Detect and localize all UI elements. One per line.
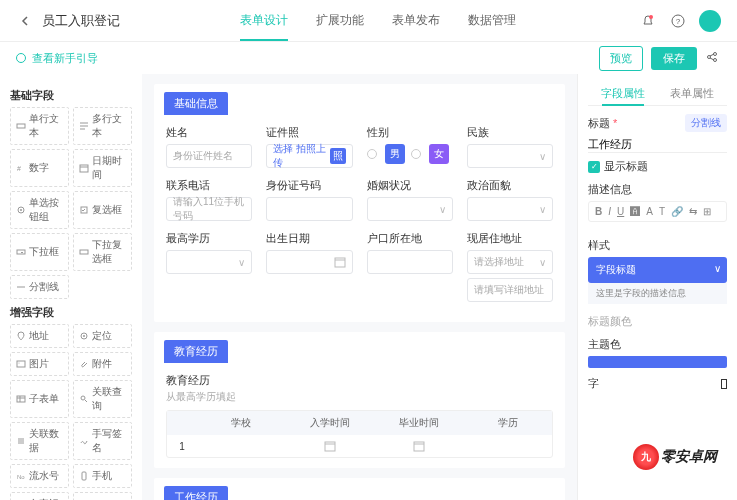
- col-school: 学校: [197, 411, 286, 435]
- cell-degree[interactable]: [463, 435, 552, 457]
- label-huji: 户口所在地: [367, 231, 453, 246]
- radio-gender[interactable]: 男女: [367, 144, 453, 164]
- input-addr-detail[interactable]: 请填写详细地址: [467, 278, 553, 302]
- section-edu-title: 教育经历: [164, 340, 228, 363]
- input-huji[interactable]: [367, 250, 453, 274]
- tab-extensions[interactable]: 扩展功能: [316, 0, 364, 41]
- svg-rect-13: [80, 250, 88, 254]
- field-datetime[interactable]: 日期时间: [73, 149, 132, 187]
- field-radio[interactable]: 单选按钮组: [10, 191, 69, 229]
- field-ocr[interactable]: T文字识别: [10, 492, 69, 500]
- cell-enroll[interactable]: [286, 435, 375, 457]
- save-button[interactable]: 保存: [651, 47, 697, 70]
- field-checkbox[interactable]: 复选框: [73, 191, 132, 229]
- label-phone: 联系电话: [166, 178, 252, 193]
- tab-field-props[interactable]: 字段属性: [588, 82, 658, 105]
- field-signature[interactable]: 手写签名: [73, 422, 132, 460]
- input-political[interactable]: ∨: [467, 197, 553, 221]
- field-button[interactable]: 按钮: [73, 492, 132, 500]
- style-preview[interactable]: 字段标题∨: [588, 257, 727, 283]
- cell-grad[interactable]: [375, 435, 464, 457]
- label-ethnic: 民族: [467, 125, 553, 140]
- label-political: 政治面貌: [467, 178, 553, 193]
- field-divider[interactable]: 分割线: [10, 275, 69, 299]
- label-idnum: 身份证号码: [266, 178, 352, 193]
- page-title: 员工入职登记: [42, 12, 120, 30]
- preview-button[interactable]: 预览: [599, 46, 643, 71]
- group-basic: 基础字段: [10, 88, 132, 103]
- field-relation-data[interactable]: 关联数据: [10, 422, 69, 460]
- label-idcard: 证件照: [266, 125, 352, 140]
- col-degree: 学历: [463, 411, 552, 435]
- label-birth: 出生日期: [266, 231, 352, 246]
- tab-form-props[interactable]: 表单属性: [658, 82, 728, 105]
- tab-publish[interactable]: 表单发布: [392, 0, 440, 41]
- field-select[interactable]: 下拉框: [10, 233, 69, 271]
- input-marital[interactable]: ∨: [367, 197, 453, 221]
- field-phone[interactable]: 手机: [73, 464, 132, 488]
- share-icon[interactable]: [705, 50, 721, 66]
- help-icon[interactable]: ?: [669, 12, 687, 30]
- field-relation-query[interactable]: 关联查询: [73, 380, 132, 418]
- bell-icon[interactable]: [639, 12, 657, 30]
- input-idcard[interactable]: 选择 拍照上传照: [266, 144, 352, 168]
- font-label: 字: [588, 376, 727, 391]
- field-number[interactable]: #数字: [10, 149, 69, 187]
- svg-point-17: [19, 363, 20, 364]
- field-multiselect[interactable]: 下拉复选框: [73, 233, 132, 271]
- section-work-title: 工作经历: [164, 486, 228, 500]
- svg-text:#: #: [17, 165, 21, 172]
- theme-color-picker[interactable]: [588, 356, 727, 368]
- input-name[interactable]: 身份证件姓名: [166, 144, 252, 168]
- title-input[interactable]: [588, 136, 727, 153]
- input-birth[interactable]: [266, 250, 352, 274]
- divider-chip[interactable]: 分割线: [685, 114, 727, 132]
- input-phone[interactable]: 请输入11位手机号码: [166, 197, 252, 221]
- group-enhanced: 增强字段: [10, 305, 132, 320]
- field-subtable[interactable]: 子表单: [10, 380, 69, 418]
- field-multi-text[interactable]: 多行文本: [73, 107, 132, 145]
- edu-subtable[interactable]: 学校 入学时间 毕业时间 学历 1: [166, 410, 553, 458]
- label-addr: 现居住地址: [467, 231, 553, 246]
- col-enroll: 入学时间: [286, 411, 375, 435]
- theme-color-label: 主题色: [588, 337, 727, 352]
- back-icon[interactable]: [16, 12, 34, 30]
- field-location[interactable]: 定位: [73, 324, 132, 348]
- section-work[interactable]: 工作经历: [154, 478, 565, 500]
- guide-icon: [16, 53, 26, 63]
- cell-school[interactable]: [197, 435, 286, 457]
- rich-toolbar[interactable]: BIU🅰AT🔗⇆⊞: [588, 201, 727, 222]
- svg-rect-32: [325, 442, 335, 451]
- tab-form-design[interactable]: 表单设计: [240, 0, 288, 41]
- svg-point-0: [649, 15, 653, 19]
- svg-rect-33: [414, 442, 424, 451]
- style-hint: 这里是字段的描述信息: [588, 283, 727, 304]
- svg-rect-31: [335, 258, 345, 267]
- input-edu[interactable]: ∨: [166, 250, 252, 274]
- section-basic-title: 基础信息: [164, 92, 228, 115]
- main-tabs: 表单设计 扩展功能 表单发布 数据管理: [240, 0, 516, 41]
- form-canvas: 基础信息 姓名身份证件姓名 证件照选择 拍照上传照 性别男女 民族∨ 联系电话请…: [142, 74, 577, 500]
- avatar[interactable]: [699, 10, 721, 32]
- label-name: 姓名: [166, 125, 252, 140]
- section-education[interactable]: 教育经历 教育经历 从最高学历填起 学校 入学时间 毕业时间 学历 1: [154, 332, 565, 468]
- svg-point-10: [20, 209, 22, 211]
- guide-link[interactable]: 查看新手引导: [32, 51, 98, 66]
- field-single-text[interactable]: 单行文本: [10, 107, 69, 145]
- show-title-checkbox[interactable]: ✓: [588, 161, 600, 173]
- section-basic[interactable]: 基础信息 姓名身份证件姓名 证件照选择 拍照上传照 性别男女 民族∨ 联系电话请…: [154, 84, 565, 322]
- input-ethnic[interactable]: ∨: [467, 144, 553, 168]
- field-attachment[interactable]: 附件: [73, 352, 132, 376]
- label-edu: 最高学历: [166, 231, 252, 246]
- input-addr-sel[interactable]: 请选择地址∨: [467, 250, 553, 274]
- svg-rect-18: [17, 396, 25, 402]
- svg-point-15: [83, 335, 85, 337]
- desc-label: 描述信息: [588, 182, 727, 197]
- field-serial[interactable]: No流水号: [10, 464, 69, 488]
- label-marital: 婚姻状况: [367, 178, 453, 193]
- field-image[interactable]: 图片: [10, 352, 69, 376]
- input-idnum[interactable]: [266, 197, 352, 221]
- style-label: 样式: [588, 238, 727, 253]
- field-address[interactable]: 地址: [10, 324, 69, 348]
- tab-data[interactable]: 数据管理: [468, 0, 516, 41]
